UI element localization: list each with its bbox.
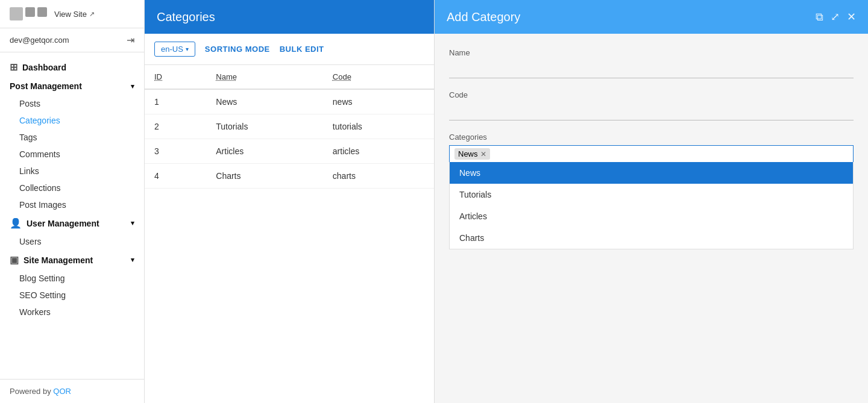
sidebar-user: dev@getqor.com ⇥: [0, 28, 144, 52]
categories-panel: Categories en-US ▾ SORTING MODE BULK EDI…: [145, 0, 434, 403]
dropdown-item-tutorials[interactable]: Tutorials: [450, 184, 853, 205]
code-input[interactable]: [449, 103, 854, 120]
view-site-link[interactable]: View Site ↗: [54, 10, 95, 19]
name-field: Name: [449, 48, 854, 78]
logo-square-2: [25, 7, 35, 17]
add-category-title: Add Category: [447, 10, 816, 24]
sidebar-item-tags[interactable]: Tags: [0, 129, 144, 146]
sidebar-item-posts[interactable]: Posts: [0, 95, 144, 112]
add-category-body: Name Code Categories News ✕ News Tutoria…: [435, 34, 868, 403]
site-management-icon: ▣: [10, 254, 19, 266]
seo-setting-label: SEO Setting: [19, 290, 66, 300]
col-name-label: Name: [216, 72, 237, 81]
close-panel-button[interactable]: ✕: [847, 10, 856, 23]
sidebar-item-dashboard[interactable]: ⊞ Dashboard: [0, 57, 144, 77]
name-label: Name: [449, 48, 854, 57]
view-site-label: View Site: [54, 10, 87, 19]
collections-label: Collections: [19, 183, 60, 193]
expand-button[interactable]: ⤢: [831, 10, 840, 23]
dropdown-articles-label: Articles: [459, 211, 487, 221]
table-header: ID Name Code: [145, 65, 434, 89]
categories-label: Categories: [19, 116, 60, 125]
site-management-chevron: ▾: [131, 256, 134, 264]
sidebar-item-links[interactable]: Links: [0, 163, 144, 180]
sidebar-item-post-management[interactable]: Post Management ▾: [0, 77, 144, 95]
dropdown-charts-label: Charts: [459, 233, 484, 243]
sidebar-nav: ⊞ Dashboard Post Management ▾ Posts Cate…: [0, 52, 144, 379]
language-arrow-icon: ▾: [186, 46, 189, 52]
table-row[interactable]: 3 Articles articles: [145, 139, 434, 164]
dropdown-item-news[interactable]: News: [450, 162, 853, 184]
cell-code: news: [323, 89, 434, 114]
sidebar-item-collections[interactable]: Collections: [0, 180, 144, 196]
cell-id: 1: [145, 89, 206, 114]
sorting-mode-button[interactable]: SORTING MODE: [205, 45, 270, 54]
col-code[interactable]: Code: [323, 65, 434, 89]
dropdown-item-charts[interactable]: Charts: [450, 227, 853, 249]
col-id[interactable]: ID: [145, 65, 206, 89]
sidebar-item-seo-setting[interactable]: SEO Setting: [0, 287, 144, 304]
cell-name: News: [206, 89, 323, 114]
cell-code: charts: [323, 164, 434, 189]
links-label: Links: [19, 166, 39, 176]
table-row[interactable]: 2 Tutorials tutorials: [145, 114, 434, 139]
logout-icon[interactable]: ⇥: [127, 34, 134, 46]
workers-label: Workers: [19, 307, 51, 317]
sidebar-item-site-management[interactable]: ▣ Site Management ▾: [0, 250, 144, 270]
dropdown-tutorials-label: Tutorials: [459, 190, 491, 199]
categories-dropdown: News Tutorials Articles Charts: [449, 162, 854, 249]
sidebar-footer: Powered by QOR: [0, 379, 144, 403]
user-management-icon: 👤: [10, 217, 22, 229]
posts-label: Posts: [19, 99, 40, 108]
cell-name: Tutorials: [206, 114, 323, 139]
cell-name: Charts: [206, 164, 323, 189]
categories-table-container: ID Name Code 1 News news 2 Tutorials tut…: [145, 65, 434, 403]
sidebar-item-comments[interactable]: Comments: [0, 146, 144, 163]
sidebar-item-blog-setting[interactable]: Blog Setting: [0, 270, 144, 287]
cell-id: 4: [145, 164, 206, 189]
open-external-icon: ⧉: [816, 11, 823, 23]
sidebar-item-categories[interactable]: Categories: [0, 112, 144, 129]
table-row[interactable]: 1 News news: [145, 89, 434, 114]
comments-label: Comments: [19, 149, 60, 159]
sidebar-item-users[interactable]: Users: [0, 233, 144, 250]
main-area: Categories en-US ▾ SORTING MODE BULK EDI…: [145, 0, 434, 403]
sidebar-item-post-images[interactable]: Post Images: [0, 196, 144, 213]
add-category-panel: Add Category ⧉ ⤢ ✕ Name Code Categories: [434, 0, 868, 403]
logo-square-3: [37, 7, 47, 17]
post-management-label: Post Management: [10, 81, 82, 91]
dropdown-item-articles[interactable]: Articles: [450, 205, 853, 227]
categories-input-box[interactable]: News ✕: [449, 145, 854, 162]
logo-square-1: [10, 7, 23, 20]
news-tag-label: News: [458, 149, 478, 158]
categories-toolbar: en-US ▾ SORTING MODE BULK EDIT: [145, 34, 434, 65]
sidebar: View Site ↗ dev@getqor.com ⇥ ⊞ Dashboard…: [0, 0, 145, 403]
sidebar-item-user-management[interactable]: 👤 User Management ▾: [0, 213, 144, 233]
add-category-header: Add Category ⧉ ⤢ ✕: [435, 0, 868, 34]
close-icon: ✕: [847, 11, 856, 23]
post-images-label: Post Images: [19, 200, 66, 210]
open-external-button[interactable]: ⧉: [816, 11, 823, 23]
table-row[interactable]: 4 Charts charts: [145, 164, 434, 189]
post-management-chevron: ▾: [131, 83, 134, 90]
name-input[interactable]: [449, 61, 854, 78]
cell-id: 3: [145, 139, 206, 164]
sidebar-top: View Site ↗: [0, 0, 144, 28]
cell-code: articles: [323, 139, 434, 164]
sidebar-logo: [10, 7, 47, 20]
footer-text: Powered by: [10, 387, 53, 396]
code-field: Code: [449, 90, 854, 120]
footer-qor-link[interactable]: QOR: [53, 387, 71, 396]
users-label: Users: [19, 237, 42, 246]
news-tag-remove[interactable]: ✕: [480, 150, 486, 158]
table-body: 1 News news 2 Tutorials tutorials 3 Arti…: [145, 89, 434, 189]
col-code-label: Code: [333, 72, 351, 81]
categories-header: Categories: [145, 0, 434, 34]
language-button[interactable]: en-US ▾: [154, 42, 195, 57]
cell-code: tutorials: [323, 114, 434, 139]
dashboard-icon: ⊞: [10, 61, 17, 73]
col-name[interactable]: Name: [206, 65, 323, 89]
news-tag: News ✕: [454, 148, 490, 160]
bulk-edit-button[interactable]: BULK EDIT: [280, 45, 324, 54]
sidebar-item-workers[interactable]: Workers: [0, 304, 144, 320]
